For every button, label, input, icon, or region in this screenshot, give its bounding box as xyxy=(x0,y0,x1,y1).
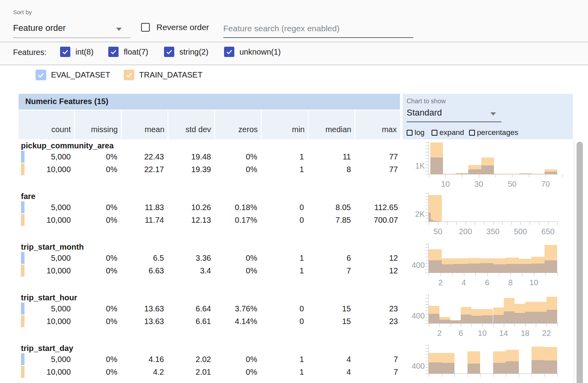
stat-value-zeros: 0% xyxy=(215,151,257,163)
x-axis-tick xyxy=(471,323,472,327)
x-axis-tick xyxy=(441,273,441,276)
y-axis-tick xyxy=(425,257,429,257)
x-axis-tick xyxy=(547,323,547,327)
stat-value-missing: 0% xyxy=(75,353,117,365)
chart-option-checkbox[interactable] xyxy=(469,130,475,136)
stat-value-missing: 0% xyxy=(75,303,117,315)
y-axis-tick xyxy=(425,355,429,355)
toolbar: Sort by Feature order Reverse order xyxy=(0,0,588,42)
y-axis-tick xyxy=(425,351,429,352)
type-checkbox[interactable] xyxy=(108,47,119,57)
type-filter-string[interactable]: string(2) xyxy=(164,47,208,57)
feature-name: pickup_community_area xyxy=(21,141,114,150)
dataset-togglebar: EVAL_DATASETTRAIN_DATASET xyxy=(0,65,588,94)
x-axis-tick xyxy=(506,374,506,377)
x-axis-tick xyxy=(438,222,438,225)
stat-value-std-dev: 2.01 xyxy=(168,366,211,378)
chart-option-checkbox[interactable] xyxy=(432,130,437,136)
x-axis-tick xyxy=(522,273,522,276)
dataset-checkbox[interactable] xyxy=(36,70,46,80)
bar-overlap xyxy=(493,315,504,323)
x-axis-line xyxy=(425,222,558,222)
type-filter-float[interactable]: float(7) xyxy=(108,47,148,57)
search-input[interactable] xyxy=(223,20,413,37)
stat-value-count: 5,000 xyxy=(24,151,71,163)
stat-value-min: 1 xyxy=(262,163,304,175)
type-checkbox[interactable] xyxy=(60,47,70,57)
reverse-order-label: Reverse order xyxy=(156,23,209,32)
y-axis-tick xyxy=(425,250,429,251)
y-axis-tick xyxy=(425,263,429,264)
reverse-order-checkbox[interactable] xyxy=(141,23,150,32)
bar-overlap xyxy=(506,264,519,273)
bar-overlap xyxy=(482,315,493,323)
stat-value-std-dev: 6.64 xyxy=(168,303,211,315)
bar-overlap xyxy=(467,264,481,273)
y-axis-tick xyxy=(425,209,429,209)
stat-value-zeros: 0% xyxy=(215,265,257,277)
check-icon xyxy=(125,71,133,79)
stat-value-mean: 11.83 xyxy=(122,201,164,213)
bar-overlap xyxy=(519,264,532,273)
x-axis-tick xyxy=(534,273,534,276)
stat-value-std-dev: 3.4 xyxy=(168,265,211,277)
stat-value-mean: 22.17 xyxy=(122,163,164,175)
x-axis-tick xyxy=(467,374,468,377)
type-checkbox[interactable] xyxy=(224,47,234,57)
chart-to-show-label: Chart to show xyxy=(407,98,446,105)
chart-option-expand[interactable]: expand xyxy=(432,128,464,137)
x-axis-tick xyxy=(442,374,442,377)
column-header-max: max xyxy=(355,110,400,139)
x-axis-line xyxy=(425,323,558,324)
x-axis-tick xyxy=(502,222,503,225)
y-axis-tick xyxy=(425,149,429,149)
stat-value-min: 0 xyxy=(262,303,304,315)
bar-overlap xyxy=(442,264,455,273)
x-axis-tick-label: 50 xyxy=(422,227,454,236)
bar-overlap xyxy=(468,169,481,174)
x-axis-tick xyxy=(429,374,429,377)
chart-option-log[interactable]: log xyxy=(407,128,424,137)
sort-by-select[interactable]: Feature order xyxy=(13,21,130,38)
bar-overlap xyxy=(442,363,455,374)
stat-value-missing: 0% xyxy=(75,265,117,277)
bar-overlap xyxy=(430,157,443,174)
dataset-toggle-train_dataset[interactable]: TRAIN_DATASET xyxy=(124,70,202,80)
chart-option-checkbox[interactable] xyxy=(407,130,413,136)
chevron-down-icon xyxy=(116,28,122,31)
type-checkbox[interactable] xyxy=(164,47,174,57)
x-axis-tick xyxy=(557,323,558,327)
type-filter-unknown[interactable]: unknown(1) xyxy=(224,47,281,57)
y-axis-tick xyxy=(425,203,429,203)
x-axis-tick xyxy=(548,222,548,225)
y-axis-tick xyxy=(425,361,429,361)
x-axis-tick xyxy=(514,323,515,327)
bar-overlap xyxy=(461,315,471,323)
y-axis-tick xyxy=(425,161,429,162)
numeric-features-header: Numeric Features (15) xyxy=(19,94,400,110)
bar-overlap xyxy=(493,264,506,273)
stat-value-median: 4 xyxy=(309,366,351,378)
bar-overlap xyxy=(471,316,482,323)
chart-option-percentages[interactable]: percentages xyxy=(469,128,518,137)
stat-value-median: 11 xyxy=(309,151,351,163)
chart-type-select[interactable]: Standard xyxy=(407,107,501,122)
x-axis-tick xyxy=(466,222,466,225)
y-axis-tick xyxy=(425,314,429,314)
y-axis-tick xyxy=(425,218,429,219)
histogram-trip_start_hour: 4002610141822 xyxy=(403,294,558,341)
y-axis-tick xyxy=(425,193,429,193)
column-header-min: min xyxy=(262,110,308,139)
type-filter-int[interactable]: int(8) xyxy=(60,47,94,57)
x-axis-tick xyxy=(456,222,457,225)
chart-option-label: expand xyxy=(439,128,464,137)
histogram-trip_start_month: 400246810 xyxy=(403,243,558,290)
y-axis-tick xyxy=(425,196,429,197)
stat-value-max: 7 xyxy=(355,366,398,378)
scrollbar-thumb[interactable] xyxy=(577,142,583,383)
stat-value-std-dev: 19.39 xyxy=(168,163,211,175)
dataset-checkbox[interactable] xyxy=(124,70,134,80)
dataset-toggle-eval_dataset[interactable]: EVAL_DATASET xyxy=(36,70,110,80)
stat-value-missing: 0% xyxy=(75,214,117,226)
dataset-label: TRAIN_DATASET xyxy=(139,70,202,80)
